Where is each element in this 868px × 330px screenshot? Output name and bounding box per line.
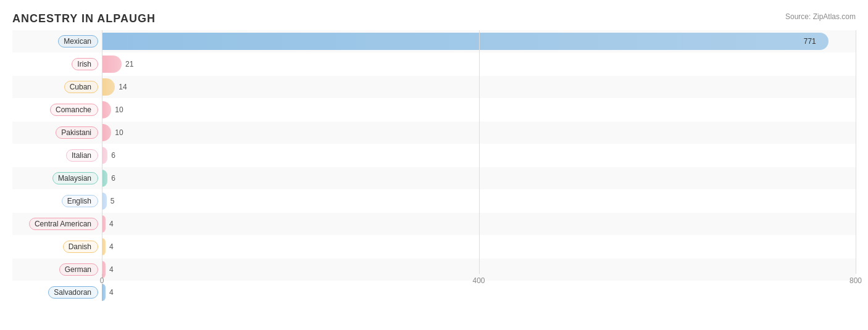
- x-axis-tick: 800: [849, 276, 862, 285]
- bar-track: 21: [102, 56, 856, 73]
- bar-fill: [102, 124, 111, 141]
- bar-row: English 5: [12, 190, 856, 212]
- bar-label-text: Salvadoran: [54, 288, 91, 297]
- chart-area: Mexican 771 Irish 21 Cuban 14: [12, 30, 856, 292]
- grid-line: [856, 30, 856, 274]
- bar-label-text: Comanche: [56, 105, 91, 114]
- label-pill-inner: Pakistani: [56, 126, 98, 139]
- label-pill-inner: Danish: [63, 241, 98, 253]
- bar-label: Cuban: [12, 81, 102, 93]
- bar-track: 14: [102, 78, 856, 96]
- bar-fill: [102, 192, 107, 210]
- bar-label: Central American: [12, 218, 102, 230]
- bar-track: 10: [102, 124, 856, 141]
- bar-fill: [102, 33, 828, 50]
- bar-value: 4: [109, 220, 114, 228]
- bar-label-text: German: [65, 265, 91, 274]
- bar-value: 5: [111, 197, 115, 205]
- bar-label-text: Italian: [72, 151, 91, 160]
- bar-label: Pakistani: [12, 126, 102, 139]
- bar-track: 4: [102, 261, 856, 278]
- bar-fill: [102, 101, 111, 118]
- bar-row: Comanche 10: [12, 99, 856, 121]
- bar-value: 6: [111, 174, 115, 183]
- label-pill-inner: Comanche: [50, 104, 98, 116]
- bar-value: 4: [109, 242, 114, 251]
- x-axis-tick: 0: [100, 276, 104, 285]
- x-axis-tick: 400: [472, 276, 485, 285]
- bar-label-text: English: [67, 197, 91, 205]
- bar-fill: [102, 147, 107, 164]
- bar-label-text: Cuban: [70, 83, 91, 91]
- source-label: Source: ZipAtlas.com: [785, 12, 856, 21]
- bar-fill: [102, 261, 106, 278]
- bar-label: Malaysian: [12, 172, 102, 184]
- bar-value: 4: [109, 288, 114, 297]
- bar-track: 6: [102, 147, 856, 164]
- label-pill-inner: German: [59, 263, 98, 276]
- bar-fill: [102, 78, 115, 96]
- bar-row: Mexican 771: [12, 30, 856, 52]
- bar-track: 4: [102, 215, 856, 233]
- bar-track: 5: [102, 192, 856, 210]
- bar-label: Italian: [12, 149, 102, 162]
- label-pill-inner: Mexican: [58, 35, 98, 47]
- bar-label-text: Central American: [35, 220, 91, 228]
- label-pill-inner: Cuban: [64, 81, 98, 93]
- bar-label-text: Pakistani: [61, 128, 91, 137]
- bar-label: Comanche: [12, 104, 102, 116]
- bar-track: 771: [102, 33, 856, 50]
- bar-label: English: [12, 195, 102, 207]
- label-pill-inner: Irish: [72, 58, 98, 70]
- bar-label: German: [12, 263, 102, 276]
- bar-row: Italian 6: [12, 144, 856, 167]
- bar-track: 10: [102, 101, 856, 118]
- bar-label: Danish: [12, 241, 102, 253]
- label-pill-inner: Italian: [66, 149, 98, 162]
- bar-fill: [102, 238, 106, 255]
- bar-label-text: Malaysian: [58, 174, 91, 183]
- bar-label-text: Danish: [69, 242, 91, 251]
- bar-label: Salvadoran: [12, 286, 102, 299]
- bar-value: 6: [111, 151, 115, 160]
- bar-label: Mexican: [12, 35, 102, 47]
- bar-row: Central American 4: [12, 213, 856, 235]
- label-pill-inner: Central American: [29, 218, 98, 230]
- label-pill-inner: Malaysian: [52, 172, 98, 184]
- bar-value: 14: [119, 83, 127, 91]
- bar-value: 10: [115, 128, 123, 137]
- chart-title: ANCESTRY IN ALPAUGH: [12, 12, 856, 25]
- bar-label-text: Mexican: [64, 37, 91, 46]
- bar-fill: [102, 215, 106, 233]
- chart-container: ANCESTRY IN ALPAUGH Source: ZipAtlas.com…: [0, 0, 868, 330]
- bar-track: 4: [102, 284, 856, 301]
- bar-label: Irish: [12, 58, 102, 70]
- bar-fill: [102, 170, 107, 187]
- label-pill-inner: Salvadoran: [48, 286, 98, 299]
- bar-row: Irish 21: [12, 53, 856, 75]
- bar-fill: [102, 284, 106, 301]
- bar-fill: [102, 56, 122, 73]
- bar-value: 10: [115, 105, 123, 114]
- bar-track: 4: [102, 238, 856, 255]
- bar-value: 771: [804, 37, 816, 46]
- bar-row: German 4: [12, 258, 856, 281]
- bar-row: Malaysian 6: [12, 167, 856, 189]
- label-pill-inner: English: [62, 195, 98, 207]
- bar-row: Danish 4: [12, 236, 856, 258]
- bar-value: 21: [125, 60, 133, 68]
- bar-row: Pakistani 10: [12, 122, 856, 144]
- bar-track: 6: [102, 170, 856, 187]
- bar-value: 4: [109, 265, 114, 274]
- bar-row: Salvadoran 4: [12, 281, 856, 303]
- bar-label-text: Irish: [77, 60, 91, 68]
- bars-section: Mexican 771 Irish 21 Cuban 14: [12, 30, 856, 274]
- bar-row: Cuban 14: [12, 76, 856, 98]
